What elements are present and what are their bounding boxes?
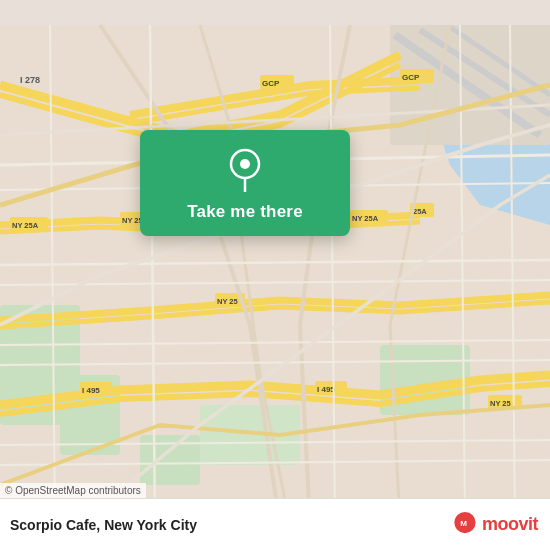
location-name-area: Scorpio Cafe, New York City xyxy=(10,517,197,533)
svg-text:NY 25A: NY 25A xyxy=(352,214,379,223)
moovit-logo: M moovit xyxy=(452,512,538,538)
svg-text:GCP: GCP xyxy=(262,79,280,88)
svg-text:I 495: I 495 xyxy=(82,386,100,395)
location-card: Take me there xyxy=(140,130,350,236)
svg-text:NY 25A: NY 25A xyxy=(12,221,39,230)
take-me-there-button[interactable]: Take me there xyxy=(187,202,303,222)
location-pin-icon xyxy=(223,148,267,192)
location-title: Scorpio Cafe, New York City xyxy=(10,517,197,533)
svg-text:I 278: I 278 xyxy=(20,75,40,85)
osm-credit-text: © OpenStreetMap contributors xyxy=(5,485,141,496)
bottom-bar: Scorpio Cafe, New York City M moovit xyxy=(0,498,550,550)
svg-text:25A: 25A xyxy=(413,207,427,216)
svg-text:GCP: GCP xyxy=(402,73,420,82)
osm-credit-overlay: © OpenStreetMap contributors xyxy=(0,483,146,498)
svg-point-34 xyxy=(240,159,250,169)
moovit-brand-text: moovit xyxy=(482,514,538,535)
svg-text:M: M xyxy=(460,518,467,527)
map-container: I 278 GCP GCP NY 25A NY 25A NY 25A 25A N… xyxy=(0,0,550,550)
svg-text:NY 25: NY 25 xyxy=(217,297,238,306)
moovit-brand-icon: M xyxy=(452,512,478,538)
svg-text:I 495: I 495 xyxy=(317,385,335,394)
map-svg: I 278 GCP GCP NY 25A NY 25A NY 25A 25A N… xyxy=(0,0,550,550)
